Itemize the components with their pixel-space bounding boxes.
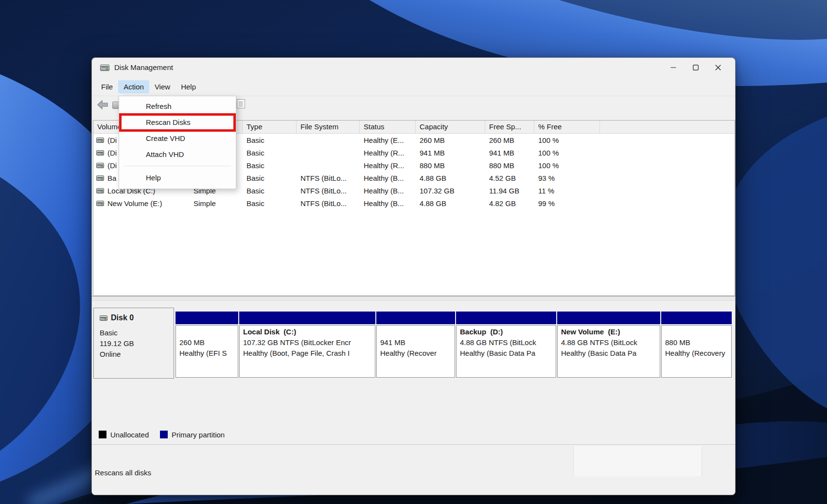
- disk-name: Disk 0: [111, 313, 134, 322]
- toolbar-window-icon[interactable]: [237, 99, 245, 108]
- column-header-pct-free[interactable]: % Free: [534, 121, 600, 133]
- close-button[interactable]: [707, 58, 729, 77]
- partition-legend: Unallocated Primary partition: [92, 426, 735, 444]
- partition-recovery-941mb[interactable]: 941 MB Healthy (Recover: [376, 308, 456, 379]
- disk-status: Online: [100, 350, 121, 358]
- action-menu: Refresh Rescan Disks Create VHD Attach V…: [119, 96, 236, 189]
- partition-color-bar: [176, 312, 238, 324]
- column-header-filler: [600, 121, 735, 133]
- column-header-status[interactable]: Status: [360, 121, 416, 133]
- back-icon[interactable]: [96, 99, 109, 113]
- disk-management-window: Disk Management File Action View Help: [91, 57, 736, 495]
- menu-item-attach-vhd[interactable]: Attach VHD: [119, 146, 236, 162]
- status-bar: Rescans all disks: [92, 444, 735, 495]
- disk-icon: [100, 315, 107, 321]
- volume-icon: [96, 188, 104, 193]
- partition-color-bar: [239, 312, 375, 324]
- unallocated-swatch: [99, 431, 106, 438]
- titlebar: Disk Management: [92, 58, 735, 77]
- disk-size: 119.12 GB: [100, 339, 134, 348]
- column-header-capacity[interactable]: Capacity: [416, 121, 485, 133]
- volume-name: (Di: [107, 136, 117, 144]
- status-bar-pane: [573, 446, 702, 476]
- status-text: Rescans all disks: [95, 469, 151, 477]
- window-controls: [662, 58, 729, 77]
- menubar: File Action View Help: [92, 77, 735, 96]
- table-row[interactable]: New Volume (E:) Simple Basic NTFS (BitLo…: [93, 197, 735, 209]
- column-header-type[interactable]: Type: [243, 121, 297, 133]
- partition-color-bar: [376, 312, 455, 324]
- column-header-file-system[interactable]: File System: [297, 121, 360, 133]
- volume-icon: [96, 150, 104, 156]
- disk-type: Basic: [100, 329, 118, 337]
- partition-color-bar: [557, 312, 660, 324]
- menu-view[interactable]: View: [149, 80, 176, 93]
- volume-name: (Di: [107, 161, 117, 170]
- partition-backup-d[interactable]: Backup (D:) 4.88 GB NTFS (BitLock Health…: [456, 308, 557, 379]
- menu-item-help[interactable]: Help: [119, 170, 236, 186]
- volume-name: (Di: [107, 149, 117, 157]
- volume-icon: [96, 175, 104, 181]
- volume-icon: [96, 201, 104, 206]
- volume-name: New Volume (E:): [107, 199, 162, 208]
- rescan-disks-highlight-annotation: [119, 113, 236, 132]
- volume-icon: [96, 163, 104, 168]
- partition-recovery-880mb[interactable]: 880 MB Healthy (Recovery: [661, 308, 733, 379]
- primary-partition-label: Primary partition: [172, 431, 225, 439]
- menu-item-create-vhd[interactable]: Create VHD: [119, 130, 236, 146]
- maximize-button[interactable]: [685, 58, 707, 77]
- pane-splitter[interactable]: [92, 296, 735, 301]
- disk-management-app-icon: [100, 65, 109, 71]
- partition-local-disk-c[interactable]: Local Disk (C:) 107.32 GB NTFS (BitLocke…: [239, 308, 376, 379]
- toolbar-icon-partially-hidden[interactable]: [112, 102, 119, 109]
- unallocated-label: Unallocated: [110, 431, 149, 439]
- volume-name: Ba: [107, 174, 116, 182]
- partition-efi[interactable]: 260 MB Healthy (EFI S: [176, 308, 239, 379]
- menu-item-refresh[interactable]: Refresh: [119, 98, 236, 114]
- column-header-free-space[interactable]: Free Sp...: [485, 121, 534, 133]
- menu-separator: [124, 166, 231, 166]
- partition-new-volume-e[interactable]: New Volume (E:) 4.88 GB NTFS (BitLock He…: [557, 308, 661, 379]
- menu-file[interactable]: File: [96, 80, 118, 93]
- partition-color-bar: [661, 312, 732, 324]
- disk0-panel[interactable]: Disk 0 Basic 119.12 GB Online: [93, 308, 174, 379]
- partition-color-bar: [456, 312, 556, 324]
- menu-action[interactable]: Action: [118, 80, 149, 93]
- window-title: Disk Management: [114, 63, 173, 71]
- minimize-button[interactable]: [662, 58, 685, 77]
- primary-partition-swatch: [160, 431, 168, 438]
- menu-help[interactable]: Help: [176, 80, 201, 93]
- volume-icon: [96, 138, 104, 143]
